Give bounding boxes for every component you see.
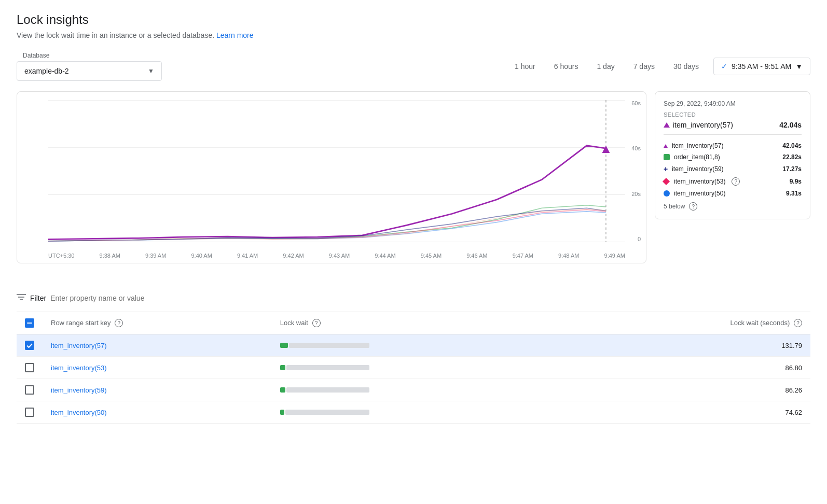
table-row: item_inventory(50) 74.62 <box>17 401 810 424</box>
row-link-0[interactable]: item_inventory(57) <box>51 342 107 349</box>
chart-x-labels: UTC+5:30 9:38 AM 9:39 AM 9:40 AM 9:41 AM… <box>48 253 625 259</box>
table-header-checkbox[interactable] <box>17 312 43 334</box>
table-header-lock-wait: Lock wait ? <box>272 312 582 334</box>
time-30days-button[interactable]: 30 days <box>669 60 703 73</box>
lock-wait-help-icon[interactable]: ? <box>312 319 321 327</box>
database-label: Database <box>17 52 162 59</box>
y-label-0: 0 <box>638 236 641 242</box>
legend-name-3: item_inventory(53) <box>674 178 725 185</box>
legend-value-4: 9.31s <box>786 190 802 197</box>
time-controls: 1 hour 6 hours 1 day 7 days 30 days ✓ 9:… <box>511 58 810 75</box>
legend-icon-1 <box>664 154 670 160</box>
legend-help-icon-3[interactable]: ? <box>732 177 740 186</box>
row-checkbox-3[interactable] <box>17 401 43 424</box>
x-label-948: 9:48 AM <box>558 253 579 259</box>
legend-value-3: 9.9s <box>790 178 802 185</box>
page-title: Lock insights <box>17 12 810 27</box>
table-header-lock-wait-seconds: Lock wait (seconds) ? <box>582 312 810 334</box>
tooltip-selected-value: 42.04s <box>779 121 802 129</box>
row-value-3: 74.62 <box>582 401 810 424</box>
chart-area: 60s 40s 20s 0 <box>17 92 646 263</box>
row-value-2: 86.26 <box>582 379 810 401</box>
row-name-2: item_inventory(59) <box>43 379 272 401</box>
learn-more-link[interactable]: Learn more <box>216 31 254 39</box>
row-checkbox-0[interactable] <box>17 334 43 357</box>
x-label-938: 9:38 AM <box>100 253 120 259</box>
svg-marker-5 <box>602 146 610 153</box>
database-selected-value: example-db-2 <box>24 67 69 75</box>
legend-value-1: 22.82s <box>782 153 802 161</box>
x-label-943: 9:43 AM <box>329 253 350 259</box>
filter-bar: Filter <box>17 288 810 307</box>
legend-icon-0 <box>664 142 668 149</box>
row-range-help-icon[interactable]: ? <box>115 319 123 327</box>
legend-name-2: item_inventory(59) <box>672 165 723 173</box>
x-label-944: 9:44 AM <box>375 253 395 259</box>
time-7days-button[interactable]: 7 days <box>629 60 659 73</box>
filter-label: Filter <box>30 294 46 302</box>
row-bar-0 <box>272 334 582 357</box>
table-row: item_inventory(53) 86.80 <box>17 357 810 379</box>
legend-value-2: 17.27s <box>782 165 802 173</box>
legend-icon-2: + <box>664 165 668 173</box>
chart-y-labels: 60s 40s 20s 0 <box>631 100 641 242</box>
row-value-1: 86.80 <box>582 357 810 379</box>
legend-item-1: order_item(81,8) 22.82s <box>664 151 802 163</box>
table-header-row-range: Row range start key ? <box>43 312 272 334</box>
tooltip-time: Sep 29, 2022, 9:49:00 AM <box>664 100 802 107</box>
filter-icon <box>17 293 26 302</box>
legend-name-0: item_inventory(57) <box>672 142 723 149</box>
row-name-0: item_inventory(57) <box>43 334 272 357</box>
row-link-1[interactable]: item_inventory(53) <box>51 364 107 372</box>
tooltip-panel: Sep 29, 2022, 9:49:00 AM SELECTED item_i… <box>655 91 810 276</box>
time-range-value: 9:35 AM - 9:51 AM <box>732 62 791 71</box>
data-table: Row range start key ? Lock wait ? Lock w… <box>17 312 810 424</box>
x-label-940: 9:40 AM <box>191 253 212 259</box>
tooltip-selected-name: item_inventory(57) <box>673 121 733 129</box>
table-section: Filter Row range start key ? Lock <box>17 288 810 424</box>
row-name-3: item_inventory(50) <box>43 401 272 424</box>
check-icon: ✓ <box>721 62 727 71</box>
database-dropdown[interactable]: example-db-2 ▼ <box>17 61 162 81</box>
row-bar-3 <box>272 401 582 424</box>
table-row: item_inventory(59) 86.26 <box>17 379 810 401</box>
tooltip-selected-row: item_inventory(57) 42.04s <box>664 121 802 129</box>
row-value-0: 131.79 <box>582 334 810 357</box>
x-label-939: 9:39 AM <box>145 253 166 259</box>
lock-wait-seconds-help-icon[interactable]: ? <box>794 319 802 327</box>
chart-section: 60s 40s 20s 0 <box>17 91 646 263</box>
selected-item-icon <box>664 122 670 128</box>
x-label-942: 9:42 AM <box>283 253 304 259</box>
time-1hour-button[interactable]: 1 hour <box>511 60 540 73</box>
row-link-3[interactable]: item_inventory(50) <box>51 409 107 416</box>
legend-name-4: item_inventory(50) <box>674 190 725 197</box>
x-label-utc: UTC+5:30 <box>48 253 74 259</box>
row-name-1: item_inventory(53) <box>43 357 272 379</box>
y-label-40: 40s <box>631 145 641 151</box>
time-6hours-button[interactable]: 6 hours <box>550 60 583 73</box>
legend-item-2: + item_inventory(59) 17.27s <box>664 163 802 175</box>
time-range-picker[interactable]: ✓ 9:35 AM - 9:51 AM ▼ <box>713 58 810 75</box>
y-label-20: 20s <box>631 191 641 197</box>
x-label-941: 9:41 AM <box>237 253 258 259</box>
legend-item-0: item_inventory(57) 42.04s <box>664 140 802 151</box>
legend-list: item_inventory(57) 42.04s order_item(81,… <box>664 140 802 199</box>
legend-below-help-icon[interactable]: ? <box>689 202 697 211</box>
row-bar-1 <box>272 357 582 379</box>
x-label-949: 9:49 AM <box>604 253 625 259</box>
row-checkbox-2[interactable] <box>17 379 43 401</box>
database-selector: Database example-db-2 ▼ <box>17 52 162 81</box>
x-label-946: 9:46 AM <box>466 253 487 259</box>
legend-item-4: item_inventory(50) 9.31s <box>664 188 802 199</box>
row-checkbox-1[interactable] <box>17 357 43 379</box>
tooltip-selected-label: SELECTED <box>664 111 802 118</box>
filter-input[interactable] <box>50 294 810 302</box>
dropdown-arrow-icon: ▼ <box>795 62 803 71</box>
y-label-60: 60s <box>631 100 641 106</box>
controls-row: Database example-db-2 ▼ 1 hour 6 hours 1… <box>17 52 810 81</box>
legend-name-1: order_item(81,8) <box>674 153 720 161</box>
row-link-2[interactable]: item_inventory(59) <box>51 386 107 394</box>
time-1day-button[interactable]: 1 day <box>592 60 618 73</box>
legend-item-3: item_inventory(53) ? 9.9s <box>664 175 802 188</box>
row-bar-2 <box>272 379 582 401</box>
